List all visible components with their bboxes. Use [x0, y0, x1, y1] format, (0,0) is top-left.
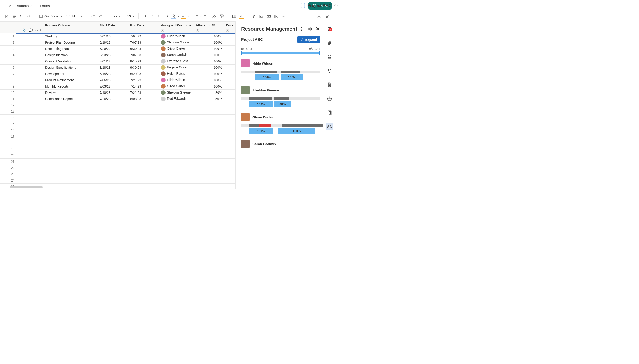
svg-rect-22 [328, 111, 330, 114]
table-row[interactable]: 3 Resourcing Plan 5/29/23 6/30/23 Olivia… [0, 46, 236, 52]
italic-icon[interactable]: I [149, 13, 155, 20]
table-row[interactable]: 21 [0, 158, 236, 165]
panel-project: Project ABC [241, 38, 298, 42]
save-icon[interactable] [3, 13, 10, 20]
attachments-icon[interactable] [326, 40, 333, 46]
star-icon[interactable] [334, 4, 338, 8]
menu-automation[interactable]: Automation [14, 2, 37, 9]
link-icon[interactable] [250, 13, 257, 20]
align-h[interactable]: ▼ [195, 14, 202, 18]
col-end[interactable]: End Date [128, 22, 159, 33]
row-info-icon[interactable]: ▭ [35, 28, 38, 32]
bold-icon[interactable]: B [142, 13, 148, 20]
print-rail-icon[interactable] [326, 54, 333, 60]
table-row[interactable]: 24 [0, 177, 236, 184]
align-v[interactable]: ▼ [203, 14, 210, 18]
panel-more-icon[interactable]: ⋮ [300, 26, 304, 32]
underline-icon[interactable]: U [156, 13, 163, 20]
attachment-icon[interactable]: 📎 [22, 28, 26, 32]
resource-name: Sarah Godwin [252, 142, 276, 146]
comment-col-icon[interactable]: 💬 [28, 28, 32, 32]
resource-icon[interactable] [326, 123, 333, 130]
undo-icon[interactable] [18, 13, 24, 20]
col-alloc[interactable]: Allocation %i [194, 22, 224, 33]
format-paint-icon[interactable] [218, 13, 225, 20]
table-row[interactable]: 18 [0, 140, 236, 146]
table-row[interactable]: 22 [0, 165, 236, 171]
font-select[interactable]: Inter▼ [110, 14, 122, 18]
menu-file[interactable]: File [3, 2, 14, 9]
table-row[interactable]: 8 Product Refinement 7/06/23 7/21/23 Hil… [0, 77, 236, 83]
col-primary[interactable]: Primary Column [43, 22, 98, 33]
cell-format-icon[interactable] [231, 13, 237, 20]
table-row[interactable]: 1 Strategy 6/01/23 7/04/23 Hilda Wilson … [0, 33, 236, 40]
table-row[interactable]: 2 Project Plan Document 6/19/23 7/07/23 … [0, 40, 236, 46]
document-icon [301, 3, 305, 8]
image-icon[interactable] [258, 13, 264, 20]
allocation-chip: 100% [249, 101, 273, 107]
horizontal-scrollbar[interactable] [10, 186, 43, 188]
comments-icon[interactable]: 3 [326, 26, 333, 32]
table-row[interactable]: 23 [0, 171, 236, 177]
avatar [241, 86, 250, 94]
table-row[interactable]: 15 [0, 121, 236, 127]
settings-icon[interactable] [316, 13, 322, 20]
table-row[interactable]: 7 Development 5/15/23 5/29/23 Helen Bate… [0, 71, 236, 77]
text-color[interactable]: A▼ [181, 14, 189, 19]
info-i-icon[interactable]: i [40, 28, 41, 32]
indent-icon[interactable] [97, 13, 104, 20]
activity-icon[interactable] [326, 95, 333, 102]
table-row[interactable]: 11 Compliance Report 7/26/23 8/08/23 Rod… [0, 96, 236, 102]
filter-button[interactable]: Filter▼ [65, 14, 84, 19]
grid[interactable]: 📎 💬 ▭ i Primary Column Start Date End Da… [0, 21, 236, 188]
table-row[interactable]: 6 Design Specifications 8/18/23 9/30/23 … [0, 64, 236, 71]
outdent-icon[interactable] [90, 13, 96, 20]
table-row[interactable]: 17 [0, 134, 236, 140]
redo-icon[interactable] [26, 13, 32, 20]
table-row[interactable]: 19 [0, 146, 236, 152]
header-row: 📎 💬 ▭ i Primary Column Start Date End Da… [0, 22, 236, 33]
doc-title[interactable]: Project ABC [308, 3, 332, 8]
highlight-icon[interactable] [238, 13, 245, 20]
strike-icon[interactable]: S [164, 13, 170, 20]
expand-button[interactable]: Expand [298, 36, 320, 43]
print-icon[interactable] [11, 13, 17, 20]
svg-rect-11 [269, 15, 270, 18]
svg-rect-8 [260, 15, 263, 18]
erase-icon[interactable] [211, 13, 218, 20]
allocation-chip: 100% [282, 74, 303, 80]
announce-icon[interactable] [308, 27, 312, 31]
table-row[interactable]: 20 [0, 152, 236, 158]
col-duration[interactable]: Durati [224, 22, 236, 33]
table-row[interactable]: 4 Design Ideation 5/23/23 7/07/23 Sarah … [0, 52, 236, 58]
table-row[interactable]: 14 [0, 115, 236, 121]
font-size[interactable]: 13▼ [126, 14, 135, 18]
svg-rect-5 [40, 15, 42, 18]
fill-color[interactable]: ▼ [171, 14, 180, 19]
resource-name: Sheldon Greene [252, 88, 279, 92]
svg-rect-13 [276, 15, 277, 16]
clipboard-icon[interactable] [326, 109, 333, 116]
insert-icon[interactable] [266, 13, 272, 20]
column-icon[interactable] [273, 13, 279, 20]
resource-block: Hilda Wilson 100%100% [241, 59, 320, 81]
expand-icon[interactable] [324, 13, 331, 20]
svg-point-15 [283, 16, 284, 17]
view-selector[interactable]: Grid View▼ [38, 14, 64, 19]
table-row[interactable]: 12 [0, 102, 236, 108]
col-start[interactable]: Start Date [98, 22, 128, 33]
table-row[interactable]: 9 Monthly Reports 7/03/23 7/14/23 Olivia… [0, 83, 236, 90]
date-range-bar[interactable] [241, 52, 320, 54]
close-icon[interactable]: ✕ [316, 26, 320, 32]
right-rail: 3 [324, 21, 334, 188]
menu-forms[interactable]: Forms [37, 2, 53, 9]
table-row[interactable]: 10 Review 7/10/23 7/21/23 Sheldon Greene… [0, 90, 236, 96]
col-assigned[interactable]: Assigned Resourcei [159, 22, 194, 33]
refresh-icon[interactable] [326, 67, 333, 74]
more-icon[interactable] [280, 13, 287, 20]
table-row[interactable]: 16 [0, 127, 236, 134]
table-row[interactable]: 5 Concept Validation 8/01/23 8/15/23 Eve… [0, 58, 236, 64]
table-row[interactable]: 13 [0, 108, 236, 115]
export-icon[interactable] [326, 81, 333, 88]
svg-rect-6 [220, 14, 223, 16]
